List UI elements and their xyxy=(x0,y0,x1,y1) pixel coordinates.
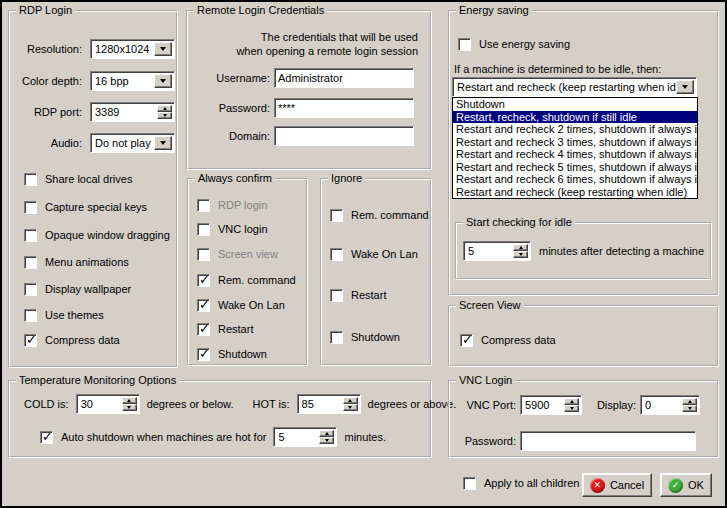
idle-action-select[interactable]: Restart and recheck (keep restarting whe… xyxy=(452,77,697,97)
rdp-port-input[interactable] xyxy=(91,103,157,121)
checkbox-label: Auto shutdown when machines are hot for xyxy=(61,431,266,443)
checkbox-ignore-wake-on-lan[interactable]: Wake On Lan xyxy=(330,247,418,261)
chevron-down-icon xyxy=(160,79,166,83)
checkbox-opaque-window-dragging[interactable]: Opaque window dragging xyxy=(24,228,170,242)
dropdown-arrow-button[interactable] xyxy=(154,42,172,56)
checkbox-menu-animations[interactable]: Menu animations xyxy=(24,255,129,269)
spin-up-button[interactable] xyxy=(122,397,137,404)
checkbox-use-themes[interactable]: Use themes xyxy=(24,308,104,322)
group-temperature-monitoring: Temperature Monitoring Options COLD is: … xyxy=(8,380,432,458)
spin-down-button[interactable] xyxy=(343,404,358,411)
spin-down-button[interactable] xyxy=(319,437,334,444)
ok-button[interactable]: OK xyxy=(660,473,712,497)
hot-input[interactable] xyxy=(298,395,343,413)
password-input[interactable] xyxy=(274,98,414,118)
display-spinner[interactable] xyxy=(640,395,700,415)
spin-up-button[interactable] xyxy=(682,398,697,405)
spin-up-button[interactable] xyxy=(157,105,172,112)
chevron-down-icon xyxy=(160,141,166,145)
checkbox-compress-data-rdp[interactable]: Compress data xyxy=(24,333,120,347)
dropdown-option[interactable]: Shutdown xyxy=(453,98,697,111)
checkbox-use-energy-saving[interactable]: Use energy saving xyxy=(458,37,570,51)
username-input[interactable] xyxy=(274,68,414,88)
arrow-down-icon xyxy=(163,114,167,117)
chevron-down-icon xyxy=(160,47,166,51)
checkbox-box xyxy=(330,248,343,261)
cancel-button[interactable]: Cancel xyxy=(582,473,652,497)
temperature-thresholds-row: COLD is: degrees or below. HOT is: degre… xyxy=(24,394,456,414)
checkbox-confirm-restart[interactable]: Restart xyxy=(197,322,253,336)
checkbox-ignore-shutdown[interactable]: Shutdown xyxy=(330,330,400,344)
checkbox-box xyxy=(24,173,37,186)
dropdown-arrow-button[interactable] xyxy=(154,74,172,88)
spin-down-button[interactable] xyxy=(513,251,528,258)
ok-button-label: OK xyxy=(688,479,704,491)
dropdown-option[interactable]: Restart and recheck 3 times, shutdown if… xyxy=(453,136,697,149)
cold-input[interactable] xyxy=(77,395,122,413)
checkbox-box xyxy=(463,477,476,490)
checkbox-capture-special-keys[interactable]: Capture special keys xyxy=(24,200,147,214)
checkbox-confirm-rdp-login[interactable]: RDP login xyxy=(197,198,267,212)
audio-select[interactable]: Do not play xyxy=(90,133,175,153)
rdp-port-spinner[interactable] xyxy=(90,102,175,122)
hot-spinner[interactable] xyxy=(297,394,361,414)
checkbox-ignore-restart[interactable]: Restart xyxy=(330,288,386,302)
checkbox-confirm-vnc-login[interactable]: VNC login xyxy=(197,222,268,236)
dropdown-option[interactable]: Restart and recheck 4 times, shutdown if… xyxy=(453,148,697,161)
dropdown-option[interactable]: Restart and recheck 5 times, shutdown if… xyxy=(453,161,697,174)
vnc-password-input[interactable] xyxy=(520,431,696,451)
dropdown-arrow-button[interactable] xyxy=(676,80,694,94)
display-input[interactable] xyxy=(641,396,682,414)
checkbox-display-wallpaper[interactable]: Display wallpaper xyxy=(24,282,131,296)
checkbox-auto-shutdown[interactable]: Auto shutdown when machines are hot for xyxy=(40,430,266,444)
spin-down-button[interactable] xyxy=(122,404,137,411)
username-label: Username: xyxy=(190,72,270,85)
dropdown-arrow-button[interactable] xyxy=(154,136,172,150)
spin-up-button[interactable] xyxy=(319,430,334,437)
vnc-password-label: Password: xyxy=(452,435,516,448)
domain-input[interactable] xyxy=(274,126,414,146)
dropdown-option[interactable]: Restart and recheck 6 times, shutdown if… xyxy=(453,173,697,186)
spin-up-button[interactable] xyxy=(343,397,358,404)
checkbox-confirm-wake-on-lan[interactable]: Wake On Lan xyxy=(197,298,285,312)
dropdown-option[interactable]: Restart, recheck, shutdown if still idle xyxy=(453,111,697,124)
arrow-up-icon xyxy=(127,399,131,402)
group-title-start-checking: Start checking for idle xyxy=(463,216,575,229)
checkbox-box xyxy=(197,323,210,336)
dropdown-option[interactable]: Restart and recheck 2 times, shutdown if… xyxy=(453,123,697,136)
spin-up-button[interactable] xyxy=(513,244,528,251)
checkbox-box xyxy=(197,248,210,261)
arrow-down-icon xyxy=(325,439,329,442)
checkbox-confirm-rem-command[interactable]: Rem. command xyxy=(197,273,296,287)
hot-minutes-input[interactable] xyxy=(274,428,319,446)
idle-minutes-suffix: minutes after detecting a machine xyxy=(539,245,704,258)
checkbox-label: Restart xyxy=(218,323,253,335)
checkbox-label: Share local drives xyxy=(45,173,132,185)
cold-spinner[interactable] xyxy=(76,394,140,414)
spin-down-button[interactable] xyxy=(157,112,172,119)
color-depth-select[interactable]: 16 bpp xyxy=(90,71,175,91)
chevron-down-icon xyxy=(682,85,688,89)
checkbox-label: Shutdown xyxy=(218,348,267,360)
hot-minutes-spinner[interactable] xyxy=(273,427,337,447)
checkbox-box xyxy=(197,199,210,212)
checkbox-compress-data-screen-view[interactable]: Compress data xyxy=(460,333,556,347)
checkbox-ignore-rem-command[interactable]: Rem. command xyxy=(330,208,429,222)
checkbox-confirm-shutdown[interactable]: Shutdown xyxy=(197,347,267,361)
resolution-select[interactable]: 1280x1024 xyxy=(90,39,175,59)
resolution-value: 1280x1024 xyxy=(91,43,154,55)
dropdown-option[interactable]: Restart and recheck (keep restarting whe… xyxy=(453,186,697,199)
idle-minutes-spinner[interactable] xyxy=(463,241,531,261)
checkbox-share-local-drives[interactable]: Share local drives xyxy=(24,172,132,186)
spin-down-button[interactable] xyxy=(682,405,697,412)
idle-minutes-input[interactable] xyxy=(464,242,513,260)
checkbox-confirm-screen-view[interactable]: Screen view xyxy=(197,247,278,261)
checkbox-box xyxy=(458,38,471,51)
group-ignore: Ignore Rem. command Wake On Lan Restart … xyxy=(320,178,432,366)
checkbox-label: Rem. command xyxy=(218,274,296,286)
vnc-port-input[interactable] xyxy=(521,396,564,414)
arrow-down-icon xyxy=(127,406,131,409)
arrow-down-icon xyxy=(688,407,692,410)
checkbox-apply-to-all-children[interactable]: Apply to all children xyxy=(463,476,579,490)
audio-value: Do not play xyxy=(91,137,154,149)
